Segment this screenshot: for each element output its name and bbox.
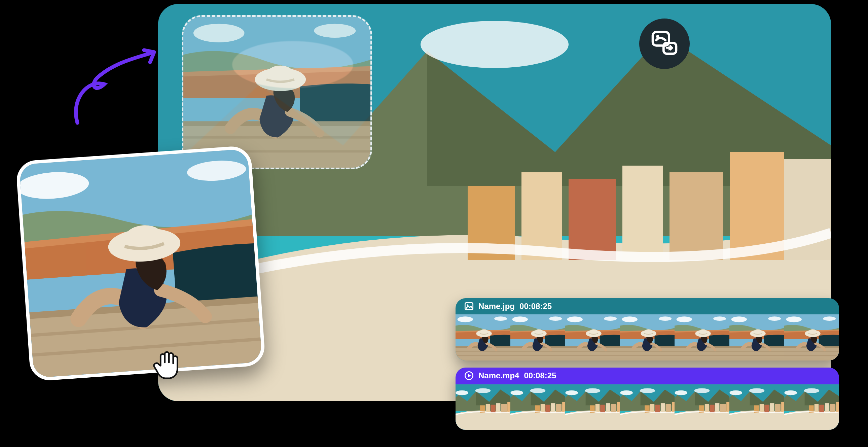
image-icon — [464, 302, 474, 311]
picture-in-picture-icon — [650, 29, 679, 58]
track-frame — [784, 315, 839, 360]
track-strip[interactable] — [456, 384, 839, 430]
track-frame — [456, 384, 510, 430]
track-frame — [620, 384, 675, 430]
play-circle-icon — [464, 371, 474, 380]
drag-arrow — [64, 39, 165, 126]
track-timestamp: 00:08:25 — [524, 371, 556, 380]
track-frame — [784, 384, 839, 430]
picture-in-picture-button[interactable] — [639, 19, 690, 69]
source-image — [19, 149, 262, 378]
track-header: Name.mp4 00:08:25 — [456, 367, 839, 384]
timeline-track-image[interactable]: Name.jpg 00:08:25 — [456, 298, 839, 360]
track-frame — [730, 384, 784, 430]
track-timestamp: 00:08:25 — [520, 302, 552, 311]
track-frame — [675, 384, 730, 430]
timeline-track-video[interactable]: Name.mp4 00:08:25 — [456, 367, 839, 430]
drag-cursor-icon — [150, 347, 184, 380]
svg-marker-24 — [468, 374, 471, 377]
track-frame — [675, 315, 730, 360]
track-frame — [510, 384, 565, 430]
overlay-drop-zone[interactable] — [182, 15, 372, 169]
track-filename: Name.jpg — [478, 302, 515, 311]
track-strip[interactable] — [456, 315, 839, 360]
source-image-card[interactable] — [16, 145, 266, 381]
track-header: Name.jpg 00:08:25 — [456, 298, 839, 315]
track-filename: Name.mp4 — [478, 371, 519, 380]
overlay-ghost-image — [183, 17, 370, 168]
track-frame — [456, 315, 510, 360]
track-frame — [565, 315, 620, 360]
svg-point-18 — [656, 35, 659, 38]
track-frame — [510, 315, 565, 360]
track-frame — [730, 315, 784, 360]
track-frame — [620, 315, 675, 360]
track-frame — [565, 384, 620, 430]
